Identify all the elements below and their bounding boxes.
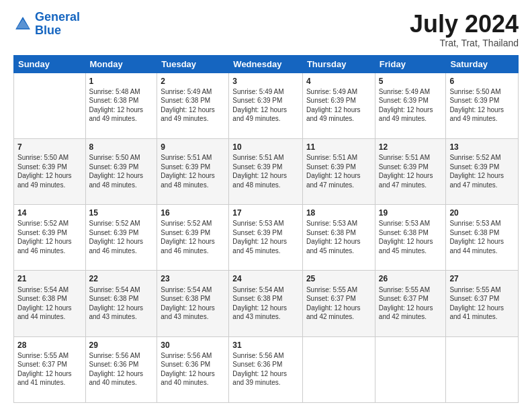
day-info: Sunrise: 5:48 AMSunset: 6:38 PMDaylight:… bbox=[89, 87, 154, 124]
week-row-1: 1Sunrise: 5:48 AMSunset: 6:38 PMDaylight… bbox=[14, 73, 519, 138]
calendar-cell: 21Sunrise: 5:54 AMSunset: 6:38 PMDayligh… bbox=[14, 271, 86, 336]
week-row-5: 28Sunrise: 5:55 AMSunset: 6:37 PMDayligh… bbox=[14, 336, 519, 402]
col-header-wednesday: Wednesday bbox=[229, 55, 303, 73]
day-info: Sunrise: 5:56 AMSunset: 6:36 PMDaylight:… bbox=[161, 351, 225, 387]
day-number: 22 bbox=[89, 273, 154, 284]
day-number: 11 bbox=[306, 142, 371, 152]
day-number: 31 bbox=[232, 340, 299, 351]
week-row-4: 21Sunrise: 5:54 AMSunset: 6:38 PMDayligh… bbox=[14, 271, 519, 336]
day-info: Sunrise: 5:49 AMSunset: 6:38 PMDaylight:… bbox=[161, 87, 225, 124]
calendar-cell: 23Sunrise: 5:54 AMSunset: 6:38 PMDayligh… bbox=[157, 271, 229, 336]
calendar-cell: 17Sunrise: 5:53 AMSunset: 6:39 PMDayligh… bbox=[229, 205, 303, 271]
calendar-cell: 12Sunrise: 5:51 AMSunset: 6:39 PMDayligh… bbox=[375, 138, 446, 204]
logo-icon bbox=[13, 15, 32, 34]
col-header-sunday: Sunday bbox=[14, 55, 86, 73]
calendar-cell: 9Sunrise: 5:51 AMSunset: 6:39 PMDaylight… bbox=[157, 138, 229, 204]
day-info: Sunrise: 5:55 AMSunset: 6:37 PMDaylight:… bbox=[17, 351, 82, 387]
day-info: Sunrise: 5:52 AMSunset: 6:39 PMDaylight:… bbox=[161, 219, 225, 255]
day-info: Sunrise: 5:56 AMSunset: 6:36 PMDaylight:… bbox=[89, 351, 154, 387]
day-number: 9 bbox=[161, 142, 225, 152]
calendar-cell: 13Sunrise: 5:52 AMSunset: 6:39 PMDayligh… bbox=[446, 138, 519, 204]
day-number: 23 bbox=[161, 273, 225, 284]
day-info: Sunrise: 5:51 AMSunset: 6:39 PMDaylight:… bbox=[161, 153, 225, 189]
col-header-tuesday: Tuesday bbox=[157, 55, 229, 73]
logo-line1: General bbox=[35, 10, 80, 24]
calendar-cell: 25Sunrise: 5:55 AMSunset: 6:37 PMDayligh… bbox=[302, 271, 375, 336]
logo-line2: Blue bbox=[35, 24, 61, 37]
day-info: Sunrise: 5:52 AMSunset: 6:39 PMDaylight:… bbox=[89, 219, 154, 255]
week-row-3: 14Sunrise: 5:52 AMSunset: 6:39 PMDayligh… bbox=[14, 205, 519, 271]
day-number: 26 bbox=[379, 273, 443, 284]
calendar-cell: 16Sunrise: 5:52 AMSunset: 6:39 PMDayligh… bbox=[157, 205, 229, 271]
col-header-monday: Monday bbox=[85, 55, 157, 73]
day-info: Sunrise: 5:54 AMSunset: 6:38 PMDaylight:… bbox=[17, 285, 82, 322]
calendar-cell bbox=[14, 73, 86, 138]
calendar-cell: 19Sunrise: 5:53 AMSunset: 6:38 PMDayligh… bbox=[375, 205, 446, 271]
day-info: Sunrise: 5:54 AMSunset: 6:38 PMDaylight:… bbox=[232, 285, 299, 322]
calendar-cell: 10Sunrise: 5:51 AMSunset: 6:39 PMDayligh… bbox=[229, 138, 303, 204]
header: General Blue July 2024 Trat, Trat, Thail… bbox=[13, 11, 519, 48]
calendar-cell: 4Sunrise: 5:49 AMSunset: 6:39 PMDaylight… bbox=[302, 73, 375, 138]
day-info: Sunrise: 5:51 AMSunset: 6:39 PMDaylight:… bbox=[232, 153, 299, 189]
day-number: 24 bbox=[232, 273, 299, 284]
calendar-cell: 2Sunrise: 5:49 AMSunset: 6:38 PMDaylight… bbox=[157, 73, 229, 138]
day-info: Sunrise: 5:54 AMSunset: 6:38 PMDaylight:… bbox=[161, 285, 225, 322]
day-info: Sunrise: 5:53 AMSunset: 6:38 PMDaylight:… bbox=[379, 219, 443, 255]
calendar-cell bbox=[302, 336, 375, 402]
calendar-cell: 3Sunrise: 5:49 AMSunset: 6:39 PMDaylight… bbox=[229, 73, 303, 138]
calendar-cell: 27Sunrise: 5:55 AMSunset: 6:37 PMDayligh… bbox=[446, 271, 519, 336]
calendar-table: SundayMondayTuesdayWednesdayThursdayFrid… bbox=[13, 55, 519, 403]
day-number: 12 bbox=[379, 142, 443, 152]
day-number: 18 bbox=[306, 208, 371, 218]
day-info: Sunrise: 5:54 AMSunset: 6:38 PMDaylight:… bbox=[89, 285, 154, 322]
day-number: 25 bbox=[306, 273, 371, 284]
day-number: 20 bbox=[449, 208, 515, 218]
day-info: Sunrise: 5:55 AMSunset: 6:37 PMDaylight:… bbox=[306, 285, 371, 322]
calendar-cell: 6Sunrise: 5:50 AMSunset: 6:39 PMDaylight… bbox=[446, 73, 519, 138]
day-info: Sunrise: 5:52 AMSunset: 6:39 PMDaylight:… bbox=[17, 219, 82, 255]
header-row: SundayMondayTuesdayWednesdayThursdayFrid… bbox=[14, 55, 519, 73]
calendar-cell: 29Sunrise: 5:56 AMSunset: 6:36 PMDayligh… bbox=[85, 336, 157, 402]
day-number: 8 bbox=[89, 142, 154, 152]
day-number: 3 bbox=[232, 76, 299, 87]
calendar-cell: 22Sunrise: 5:54 AMSunset: 6:38 PMDayligh… bbox=[85, 271, 157, 336]
title-block: July 2024 Trat, Trat, Thailand bbox=[410, 11, 519, 48]
calendar-cell bbox=[446, 336, 519, 402]
day-number: 16 bbox=[161, 208, 225, 218]
calendar-cell: 11Sunrise: 5:51 AMSunset: 6:39 PMDayligh… bbox=[302, 138, 375, 204]
day-number: 7 bbox=[17, 142, 82, 152]
main-title: July 2024 bbox=[410, 11, 519, 38]
day-info: Sunrise: 5:52 AMSunset: 6:39 PMDaylight:… bbox=[449, 153, 515, 189]
day-info: Sunrise: 5:50 AMSunset: 6:39 PMDaylight:… bbox=[17, 153, 82, 189]
calendar-cell: 5Sunrise: 5:49 AMSunset: 6:39 PMDaylight… bbox=[375, 73, 446, 138]
day-info: Sunrise: 5:56 AMSunset: 6:36 PMDaylight:… bbox=[232, 351, 299, 387]
page: General Blue July 2024 Trat, Trat, Thail… bbox=[0, 0, 532, 411]
day-number: 1 bbox=[89, 76, 154, 87]
calendar-cell: 18Sunrise: 5:53 AMSunset: 6:38 PMDayligh… bbox=[302, 205, 375, 271]
svg-marker-1 bbox=[17, 19, 30, 28]
day-info: Sunrise: 5:51 AMSunset: 6:39 PMDaylight:… bbox=[306, 153, 371, 189]
calendar-cell: 24Sunrise: 5:54 AMSunset: 6:38 PMDayligh… bbox=[229, 271, 303, 336]
day-info: Sunrise: 5:49 AMSunset: 6:39 PMDaylight:… bbox=[306, 87, 371, 124]
calendar-cell: 28Sunrise: 5:55 AMSunset: 6:37 PMDayligh… bbox=[14, 336, 86, 402]
day-number: 15 bbox=[89, 208, 154, 218]
day-number: 6 bbox=[449, 76, 515, 87]
day-number: 5 bbox=[379, 76, 443, 87]
day-number: 4 bbox=[306, 76, 371, 87]
calendar-cell: 7Sunrise: 5:50 AMSunset: 6:39 PMDaylight… bbox=[14, 138, 86, 204]
day-number: 17 bbox=[232, 208, 299, 218]
day-info: Sunrise: 5:53 AMSunset: 6:38 PMDaylight:… bbox=[449, 219, 515, 255]
day-info: Sunrise: 5:50 AMSunset: 6:39 PMDaylight:… bbox=[449, 87, 515, 124]
day-info: Sunrise: 5:55 AMSunset: 6:37 PMDaylight:… bbox=[379, 285, 443, 322]
day-info: Sunrise: 5:51 AMSunset: 6:39 PMDaylight:… bbox=[379, 153, 443, 189]
day-info: Sunrise: 5:49 AMSunset: 6:39 PMDaylight:… bbox=[379, 87, 443, 124]
calendar-cell: 30Sunrise: 5:56 AMSunset: 6:36 PMDayligh… bbox=[157, 336, 229, 402]
week-row-2: 7Sunrise: 5:50 AMSunset: 6:39 PMDaylight… bbox=[14, 138, 519, 204]
day-info: Sunrise: 5:53 AMSunset: 6:39 PMDaylight:… bbox=[232, 219, 299, 255]
col-header-thursday: Thursday bbox=[302, 55, 375, 73]
day-number: 2 bbox=[161, 76, 225, 87]
day-info: Sunrise: 5:55 AMSunset: 6:37 PMDaylight:… bbox=[449, 285, 515, 322]
day-number: 19 bbox=[379, 208, 443, 218]
col-header-saturday: Saturday bbox=[446, 55, 519, 73]
calendar-cell bbox=[375, 336, 446, 402]
